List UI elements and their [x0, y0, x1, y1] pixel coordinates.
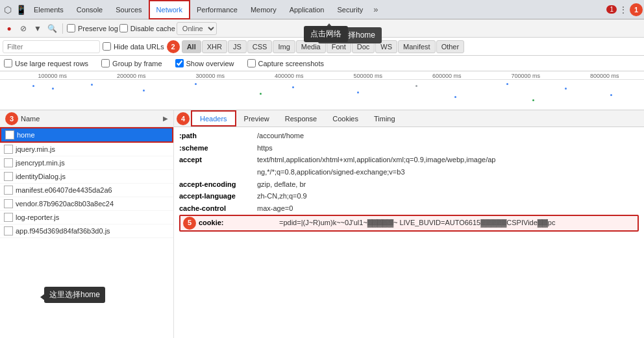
- timeline-content: [0, 80, 644, 108]
- group-by-frame-option[interactable]: Group by frame: [101, 59, 162, 67]
- request-item-app[interactable]: app.f945d369d84faf36b3d0.js: [0, 224, 173, 238]
- left-panel: 3 Name ▶ home jquery.min.js jsencrypt.mi…: [0, 110, 174, 338]
- capture-screenshots-checkbox[interactable]: [247, 59, 256, 67]
- disable-cache-checkbox[interactable]: [119, 24, 128, 32]
- capture-screenshots-label: Capture screenshots: [258, 60, 325, 67]
- detail-tab-cookies[interactable]: Cookies: [325, 110, 366, 127]
- request-item-home[interactable]: home: [0, 127, 173, 143]
- filter-js-button[interactable]: JS: [228, 40, 247, 53]
- annotation-4: 4: [177, 112, 190, 125]
- header-val: text/html,application/xhtml+xml,applicat…: [257, 154, 495, 166]
- timeline-dot: [565, 88, 567, 90]
- detail-tab-headers[interactable]: Headers: [191, 110, 236, 127]
- show-overview-option[interactable]: Show overview: [175, 59, 234, 67]
- capture-screenshots-option[interactable]: Capture screenshots: [247, 59, 325, 67]
- timeline-dot: [143, 90, 145, 91]
- header-accept-encoding: accept-encoding gzip, deflate, br: [179, 178, 639, 191]
- throttle-select[interactable]: Online: [177, 22, 217, 35]
- header-key: :scheme: [179, 142, 257, 154]
- header-accept: accept text/html,application/xhtml+xml,a…: [179, 154, 639, 166]
- clear-button[interactable]: ⊘: [17, 22, 30, 35]
- name-column-header: 3 Name ▶: [0, 110, 173, 127]
- timeline-dot: [506, 83, 508, 85]
- filter-toggle-button[interactable]: ▼: [31, 22, 44, 35]
- large-rows-option[interactable]: Use large request rows: [4, 59, 88, 67]
- request-name: vendor.87b9620ac8b03a8ec24: [16, 200, 114, 208]
- right-panel: 4 Headers Preview Response Cookies Timin…: [174, 110, 644, 338]
- preserve-log-option[interactable]: Preserve log: [67, 24, 118, 32]
- preserve-log-label: Preserve log: [78, 25, 118, 32]
- request-item-log-reporter[interactable]: log-reporter.js: [0, 211, 173, 224]
- filter-manifest-button[interactable]: Manifest: [398, 40, 436, 53]
- header-val: /account/home: [257, 130, 304, 142]
- tab-sources[interactable]: Sources: [109, 0, 148, 19]
- header-accept-language: accept-language zh-CN,zh;q=0.9: [179, 190, 639, 202]
- filter-css-button[interactable]: CSS: [247, 40, 273, 53]
- request-name: identityDialog.js: [16, 173, 66, 180]
- tab-security[interactable]: Security: [330, 0, 369, 19]
- header-accept-cont: ng,*/*;q=0.8,application/signed-exchange…: [179, 166, 639, 178]
- filter-other-button[interactable]: Other: [436, 40, 465, 53]
- detail-tab-timing[interactable]: Timing: [366, 110, 403, 127]
- group-by-frame-checkbox[interactable]: [101, 59, 110, 67]
- header-val: zh-CN,zh;q=0.9: [257, 190, 307, 202]
- separator-1: [62, 23, 63, 34]
- search-button[interactable]: 🔍: [45, 22, 58, 35]
- preserve-log-checkbox[interactable]: [67, 24, 75, 32]
- show-overview-checkbox[interactable]: [175, 59, 184, 67]
- header-key: :path: [179, 130, 257, 142]
- hide-data-urls-checkbox[interactable]: [103, 42, 111, 51]
- more-options-icon[interactable]: ⋮: [619, 5, 627, 14]
- tick-7: 700000 ms: [486, 73, 565, 79]
- main-area: 3 Name ▶ home jquery.min.js jsencrypt.mi…: [0, 110, 644, 338]
- tick-6: 600000 ms: [408, 73, 487, 79]
- disable-cache-label: Disable cache: [130, 25, 175, 32]
- detail-tab-bar: 4 Headers Preview Response Cookies Timin…: [174, 110, 644, 127]
- tab-application[interactable]: Application: [283, 0, 331, 19]
- device-icon[interactable]: 📱: [14, 3, 27, 16]
- request-list: home jquery.min.js jsencrypt.min.js iden…: [0, 127, 173, 338]
- tab-performance[interactable]: Performance: [190, 0, 244, 19]
- filter-xhr-button[interactable]: XHR: [202, 40, 227, 53]
- detail-tab-response[interactable]: Response: [277, 110, 325, 127]
- timeline-dot: [415, 85, 417, 87]
- file-icon: [4, 145, 13, 154]
- filter-all-button[interactable]: All: [182, 40, 201, 53]
- error-badge: 1: [606, 5, 617, 14]
- tab-memory[interactable]: Memory: [244, 0, 283, 19]
- timeline-dot: [91, 84, 93, 86]
- timeline-dot: [532, 99, 534, 101]
- request-item-identitydialog[interactable]: identityDialog.js: [0, 170, 173, 184]
- cookie-val: =pdid=|(J~R)um)k~~0J'ul1~▓▓▓▓▓~ LIVE_BUV…: [279, 217, 555, 229]
- header-cookie: 5 cookie: =pdid=|(J~R)um)k~~0J'ul1~▓▓▓▓▓…: [179, 215, 639, 232]
- detail-tab-preview[interactable]: Preview: [236, 110, 277, 127]
- annotation-3: 3: [5, 112, 18, 125]
- request-name: home: [17, 131, 35, 139]
- detail-content: :path /account/home :scheme https accept…: [174, 127, 644, 338]
- tick-5: 500000 ms: [328, 73, 408, 79]
- more-tabs-icon[interactable]: »: [369, 1, 382, 18]
- tab-elements[interactable]: Elements: [27, 0, 70, 19]
- disable-cache-option[interactable]: Disable cache: [119, 24, 175, 32]
- header-val: ng,*/*;q=0.8,application/signed-exchange…: [257, 166, 405, 178]
- filter-img-button[interactable]: Img: [273, 40, 295, 53]
- request-item-vendor[interactable]: vendor.87b9620ac8b03a8ec24: [0, 197, 173, 211]
- request-item-jsencrypt[interactable]: jsencrypt.min.js: [0, 156, 173, 170]
- request-name: jsencrypt.min.js: [16, 159, 65, 167]
- filter-input[interactable]: [3, 40, 100, 53]
- tab-network[interactable]: Network: [149, 0, 190, 19]
- header-path: :path /account/home: [179, 130, 639, 142]
- tab-console[interactable]: Console: [70, 0, 109, 19]
- record-button[interactable]: ●: [3, 22, 16, 35]
- request-item-jquery[interactable]: jquery.min.js: [0, 143, 173, 156]
- timeline-dot: [52, 88, 54, 90]
- tick-4: 400000 ms: [250, 73, 329, 79]
- tab-bar-right: 1 ⋮ 1 这里选择home: [606, 3, 643, 16]
- file-icon: [4, 213, 13, 222]
- hide-data-urls-option[interactable]: Hide data URLs: [103, 42, 164, 51]
- request-item-manifest[interactable]: manifest.e06407de4435da2a6: [0, 184, 173, 197]
- inspector-icon[interactable]: ⬡: [1, 3, 14, 16]
- large-rows-checkbox[interactable]: [4, 59, 12, 67]
- annotation-5: 5: [183, 217, 196, 230]
- tick-2: 200000 ms: [92, 73, 171, 79]
